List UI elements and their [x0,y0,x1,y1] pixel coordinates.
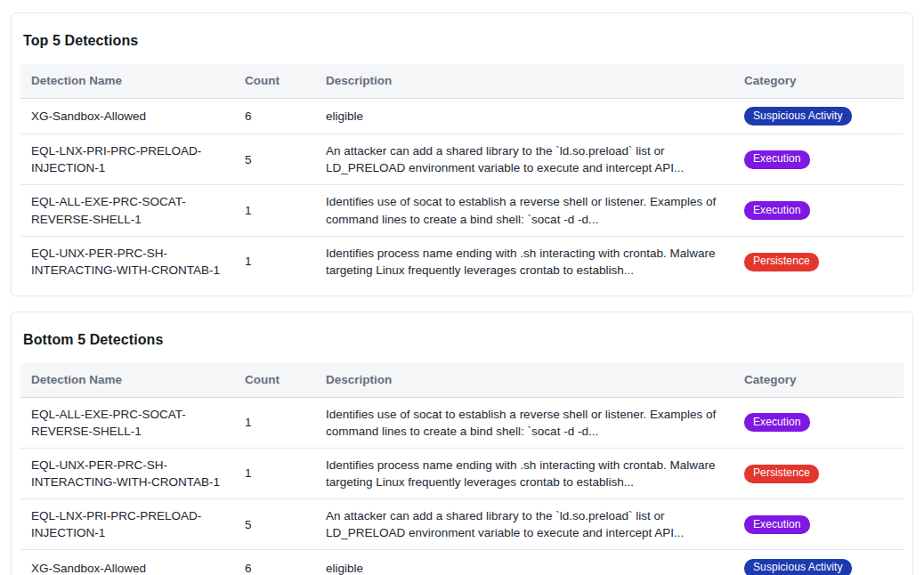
category-badge: Execution [744,201,810,220]
top-detections-card: Top 5 Detections Detection Name Count De… [11,12,913,296]
column-header-description: Description [315,64,734,98]
category-cell: Execution [734,499,904,550]
category-cell: Suspicious Activity [734,550,904,575]
category-cell: Persistence [734,448,904,498]
table-header-row: Detection Name Count Description Categor… [20,64,904,98]
column-header-category: Category [734,363,904,397]
bottom-detections-card: Bottom 5 Detections Detection Name Count… [11,312,913,575]
count-cell: 6 [234,550,315,575]
table-header-row: Detection Name Count Description Categor… [20,363,904,397]
detection-name-cell: XG-Sandbox-Allowed [20,550,234,575]
description-cell: An attacker can add a shared library to … [315,499,734,550]
column-header-count: Count [234,363,315,397]
category-badge: Suspicious Activity [744,107,852,126]
category-badge: Suspicious Activity [744,559,852,575]
description-cell: Identifies use of socat to establish a r… [315,397,734,448]
category-badge: Persistence [744,253,819,271]
table-row: XG-Sandbox-Allowed 6 eligible Suspicious… [20,98,904,134]
count-cell: 1 [234,397,315,448]
column-header-detection-name: Detection Name [20,64,234,98]
category-cell: Execution [734,134,904,185]
table-row: EQL-LNX-PRI-PRC-PRELOAD-INJECTION-1 5 An… [20,499,904,550]
column-header-description: Description [315,363,734,397]
category-badge: Execution [744,150,810,169]
detection-name-cell: EQL-UNX-PER-PRC-SH-INTERACTING-WITH-CRON… [20,236,234,287]
category-badge: Persistence [744,465,819,483]
count-cell: 1 [234,185,315,236]
detection-name-cell: EQL-ALL-EXE-PRC-SOCAT-REVERSE-SHELL-1 [20,185,234,236]
column-header-detection-name: Detection Name [20,363,234,397]
table-row: EQL-ALL-EXE-PRC-SOCAT-REVERSE-SHELL-1 1 … [20,397,904,448]
detection-name-cell: EQL-ALL-EXE-PRC-SOCAT-REVERSE-SHELL-1 [20,397,234,448]
detection-name-cell: EQL-LNX-PRI-PRC-PRELOAD-INJECTION-1 [20,134,234,185]
category-badge: Execution [744,413,810,432]
count-cell: 5 [234,134,315,185]
category-cell: Execution [734,185,904,236]
description-cell: eligible [315,98,734,134]
count-cell: 6 [234,98,315,134]
table-row: EQL-ALL-EXE-PRC-SOCAT-REVERSE-SHELL-1 1 … [20,185,904,236]
description-cell: Identifies use of socat to establish a r… [315,185,734,236]
count-cell: 5 [234,499,315,550]
bottom-detections-title: Bottom 5 Detections [20,321,904,363]
category-badge: Execution [744,515,810,534]
detection-name-cell: EQL-UNX-PER-PRC-SH-INTERACTING-WITH-CRON… [20,448,234,498]
category-cell: Persistence [734,236,904,287]
table-row: EQL-UNX-PER-PRC-SH-INTERACTING-WITH-CRON… [20,448,904,498]
count-cell: 1 [234,236,315,287]
table-row: EQL-UNX-PER-PRC-SH-INTERACTING-WITH-CRON… [20,236,904,287]
table-row: EQL-LNX-PRI-PRC-PRELOAD-INJECTION-1 5 An… [20,134,904,185]
description-cell: eligible [315,550,734,575]
bottom-detections-table: Detection Name Count Description Categor… [20,363,904,575]
table-row: XG-Sandbox-Allowed 6 eligible Suspicious… [20,550,904,575]
description-cell: Identifies process name ending with .sh … [315,236,734,287]
top-detections-table: Detection Name Count Description Categor… [20,64,904,287]
category-cell: Execution [734,397,904,448]
count-cell: 1 [234,448,315,498]
top-detections-title: Top 5 Detections [20,22,904,64]
description-cell: Identifies process name ending with .sh … [315,448,734,498]
detection-name-cell: EQL-LNX-PRI-PRC-PRELOAD-INJECTION-1 [20,499,234,550]
description-cell: An attacker can add a shared library to … [315,134,734,185]
detection-name-cell: XG-Sandbox-Allowed [20,98,234,134]
column-header-category: Category [734,64,904,98]
column-header-count: Count [234,64,315,98]
category-cell: Suspicious Activity [734,98,904,134]
